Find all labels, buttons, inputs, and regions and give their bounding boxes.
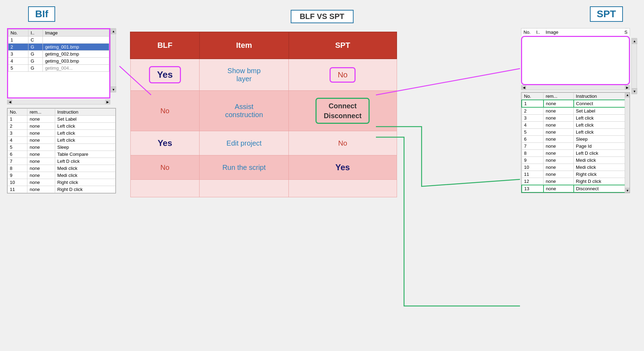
list-item[interactable]: 2noneSet Label	[522, 107, 629, 115]
col-i: I..	[28, 30, 43, 37]
list-item[interactable]: 12noneRight D click	[522, 178, 629, 185]
blf-cell-2: No	[130, 91, 200, 131]
left-instruction-table: No. rem... Instruction 1noneSet Label 2n…	[7, 108, 116, 193]
table-row: No Assistconstruction ConnectDisconnect	[130, 91, 397, 131]
instr-scroll-up[interactable]: ▲	[625, 92, 630, 97]
list-item[interactable]: 13noneDisconnect	[522, 185, 629, 192]
blf-cell-5	[130, 180, 200, 197]
svg-line-1	[376, 69, 520, 95]
right-vscrollbar[interactable]: ▲ ▼	[631, 38, 637, 94]
col-image-r: Image	[546, 30, 558, 35]
list-item[interactable]: 2noneLeft click	[8, 123, 116, 130]
right-instr-vscrollbar[interactable]: ▲ ▼	[625, 92, 630, 193]
col-rem: rem...	[27, 109, 55, 116]
left-image-table: No. I.. Image 1C 2Ggetimg_001.bmp 3Ggeti…	[8, 29, 109, 72]
col-spt: SPT	[289, 32, 397, 59]
blf-cell: Yes	[130, 59, 200, 91]
table-row	[130, 180, 397, 197]
title-center: BLF VS SPT	[291, 10, 353, 23]
list-item[interactable]: 10noneRight click	[8, 179, 116, 186]
spt-cell-1: No	[289, 59, 397, 91]
list-item[interactable]: 4noneLeft click	[522, 122, 629, 129]
list-item[interactable]: 10noneMedi click	[522, 164, 629, 171]
list-item[interactable]: 9noneMedi click	[8, 172, 116, 179]
yes-value-3: Yes	[158, 138, 172, 148]
spt-cell-2: ConnectDisconnect	[289, 91, 397, 131]
right-panel: No. I.. Image S ◀ ▶ ▲ ▼ No. rem... Instr…	[521, 28, 637, 193]
list-item[interactable]: 1noneConnect	[522, 100, 629, 107]
list-item[interactable]: 3noneLeft click	[8, 130, 116, 137]
left-instruction-table-wrapper: No. rem... Instruction 1noneSet Label 2n…	[7, 108, 116, 193]
right-image-area	[521, 36, 630, 85]
no-bubble-1: No	[330, 67, 356, 83]
table-row: No Run the script Yes	[130, 155, 397, 180]
left-image-table-wrapper: No. I.. Image 1C 2Ggetimg_001.bmp 3Ggeti…	[7, 28, 110, 98]
table-row[interactable]: 5Ggetimg_004...	[8, 65, 109, 72]
table-row[interactable]: 4Ggetimg_003.bmp	[8, 58, 109, 65]
right-instruction-table-wrapper: No. rem... Instruction 1noneConnect 2non…	[521, 92, 630, 193]
list-item[interactable]: 6noneTable Compare	[8, 151, 116, 158]
table-row: Yes Show bmplayer No	[130, 59, 397, 91]
comparison-table: BLF Item SPT Yes Show bmplayer No No	[130, 32, 397, 197]
vscrollbar[interactable]: ▲ ▼	[110, 28, 116, 92]
col-item: Item	[200, 32, 289, 59]
list-item[interactable]: 11noneRight D click	[8, 186, 116, 193]
list-item[interactable]: 8noneMedi click	[8, 165, 116, 172]
comparison-table-wrapper: BLF Item SPT Yes Show bmplayer No No	[130, 32, 397, 197]
list-item[interactable]: 1noneSet Label	[8, 116, 116, 123]
list-item[interactable]: 6noneSleep	[522, 136, 629, 143]
title-blf: BIf	[28, 6, 55, 22]
list-item[interactable]: 7noneLeft D click	[8, 158, 116, 165]
item-cell-3: Edit project	[200, 131, 289, 155]
col-instruction-ri: Instruction	[574, 93, 629, 100]
yes-bubble-1: Yes	[149, 66, 181, 83]
col-instruction: Instruction	[55, 109, 116, 116]
item-cell-4: Run the script	[200, 155, 289, 180]
spt-cell-4: Yes	[289, 155, 397, 180]
list-item[interactable]: 8noneLeft D click	[522, 150, 629, 157]
scroll-left-arrow[interactable]: ◀	[7, 100, 12, 104]
table-row[interactable]: 3Ggetimg_002.bmp	[8, 51, 109, 58]
spt-cell-3: No	[289, 131, 397, 155]
connect-bubble: ConnectDisconnect	[316, 98, 370, 124]
right-hscrollbar[interactable]: ◀ ▶	[521, 85, 630, 90]
right-instruction-table: No. rem... Instruction 1noneConnect 2non…	[521, 92, 630, 193]
blf-cell-3: Yes	[130, 131, 200, 155]
list-item[interactable]: 11noneRight click	[522, 171, 629, 178]
col-no-r: No.	[523, 30, 531, 35]
scroll-up-arrow[interactable]: ▲	[111, 28, 116, 34]
scroll-down-r[interactable]: ▼	[632, 88, 637, 94]
scroll-up-r[interactable]: ▲	[632, 38, 637, 44]
hscrollbar[interactable]: ◀ ▶	[7, 100, 110, 104]
scroll-right-arrow[interactable]: ▶	[105, 100, 110, 104]
list-item[interactable]: 3noneLeft click	[522, 115, 629, 122]
no-value-2: No	[161, 107, 170, 115]
scroll-down-arrow[interactable]: ▼	[111, 87, 116, 92]
table-row[interactable]: 1C	[8, 37, 109, 44]
list-item[interactable]: 5noneSleep	[8, 144, 116, 151]
item-cell-2: Assistconstruction	[200, 91, 289, 131]
yes-value-4: Yes	[336, 162, 350, 172]
col-no: No.	[8, 30, 28, 37]
left-panel: No. I.. Image 1C 2Ggetimg_001.bmp 3Ggeti…	[7, 28, 123, 193]
list-item[interactable]: 4noneLeft click	[8, 137, 116, 144]
list-item[interactable]: 9noneMedi click	[522, 157, 629, 164]
col-image: Image	[43, 30, 109, 37]
no-value-3: No	[338, 139, 347, 147]
item-cell-5	[200, 180, 289, 197]
scroll-right-arrow-r[interactable]: ▶	[625, 85, 630, 90]
spt-cell-5	[289, 180, 397, 197]
table-row: Yes Edit project No	[130, 131, 397, 155]
blf-cell-4: No	[130, 155, 200, 180]
right-img-header: No. I.. Image S	[521, 28, 630, 36]
list-item[interactable]: 7nonePage Id	[522, 143, 629, 150]
col-no: No.	[8, 109, 27, 116]
instr-scroll-down[interactable]: ▼	[625, 188, 630, 193]
scroll-left-arrow-r[interactable]: ◀	[521, 85, 526, 90]
col-s-r: S	[624, 30, 627, 35]
list-item[interactable]: 5noneLeft click	[522, 129, 629, 136]
table-row[interactable]: 2Ggetimg_001.bmp	[8, 44, 109, 51]
no-value-4: No	[161, 164, 170, 171]
col-i-r: I..	[536, 30, 540, 35]
title-spt: SPT	[590, 6, 623, 22]
